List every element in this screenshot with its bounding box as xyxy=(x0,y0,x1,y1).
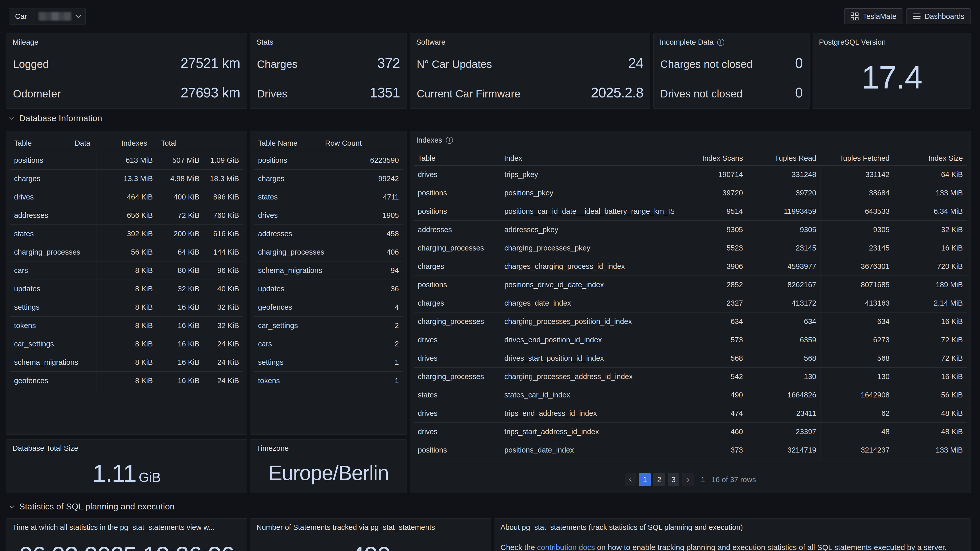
table-row: updates 36 xyxy=(254,280,403,298)
panel-title: PostgreSQL Version xyxy=(819,38,964,46)
table-cell: 94 xyxy=(336,262,403,279)
table-cell: 32 KiB xyxy=(157,280,204,298)
table-cell: 634 xyxy=(747,313,820,330)
car-variable-selector[interactable]: Car xyxy=(9,8,86,24)
column-header[interactable]: Total xyxy=(157,135,181,151)
about-text: Check the contribution docs on how to en… xyxy=(501,543,964,551)
table-sizes-panel: TableDataIndexesTotal positions 613 MiB … xyxy=(6,131,247,435)
column-header[interactable]: Tuples Fetched xyxy=(820,151,894,165)
stat-label: Charges not closed xyxy=(660,56,752,73)
stat-row: Current Car Firmware 2025.2.8 xyxy=(417,84,643,101)
mileage-panel: Mileage Logged 27521 km Odometer 27693 k… xyxy=(6,33,247,109)
table-cell: 8 KiB xyxy=(96,353,157,372)
column-header[interactable]: Index Size xyxy=(894,151,967,165)
table-cell: 16 KiB xyxy=(157,353,204,372)
pagination-page-button[interactable]: 1 xyxy=(639,473,651,486)
table-cell: 616 KiB xyxy=(204,225,243,243)
dashboards-button[interactable]: Dashboards xyxy=(907,8,971,24)
stat-row: Odometer 27693 km xyxy=(13,84,240,101)
table-cell: 133 MiB xyxy=(894,441,967,459)
pagination-page-button[interactable]: 3 xyxy=(668,473,679,486)
table-cell: 1.09 GiB xyxy=(204,151,243,169)
info-icon[interactable]: i xyxy=(446,137,453,144)
info-icon[interactable]: i xyxy=(717,39,724,46)
column-header[interactable]: Row Count xyxy=(321,135,366,151)
stats-reset-time-value: 06.03.2025 12:36:36 xyxy=(6,543,247,551)
column-header[interactable]: Table Name xyxy=(254,135,321,151)
table-cell: charges xyxy=(10,170,96,188)
table-row: drives drives_end_position_id_index 573 … xyxy=(414,331,967,349)
column-header[interactable]: Data xyxy=(71,135,118,151)
table-cell: 24 KiB xyxy=(204,353,243,372)
section-sql-statistics[interactable]: Statistics of SQL planning and execution xyxy=(10,502,175,511)
table-cell: 39720 xyxy=(674,184,747,202)
table-sizes-body: positions 613 MiB 507 MiB 1.09 GiB charg… xyxy=(10,151,243,390)
stat-value: 372 xyxy=(377,55,400,71)
table-cell: 4593977 xyxy=(747,257,820,275)
table-cell: 613 MiB xyxy=(96,151,157,169)
table-cell: 568 xyxy=(820,349,894,367)
table-cell: 2.14 MiB xyxy=(894,294,967,312)
apps-grid-icon xyxy=(851,13,859,21)
table-cell: 4 xyxy=(336,298,403,316)
table-row: charging_processes charging_processes_pk… xyxy=(414,239,967,257)
software-panel: Software N° Car Updates 24 Current Car F… xyxy=(410,33,650,109)
table-cell: charges xyxy=(254,170,336,188)
stats-reset-time-panel: Time at which all statistics in the pg_s… xyxy=(6,518,247,551)
table-cell: 18.3 MiB xyxy=(204,170,243,188)
table-cell: positions_car_id_date__ideal_battery_ran… xyxy=(500,202,674,221)
column-header[interactable]: Index xyxy=(500,151,674,165)
panel-title: Number of Statements tracked via pg_stat… xyxy=(256,523,485,532)
table-row: car_settings 2 xyxy=(254,317,403,335)
stat-row: Logged 27521 km xyxy=(13,55,240,71)
table-cell: schema_migrations xyxy=(10,353,96,372)
table-cell: 189 MiB xyxy=(894,276,967,294)
table-cell: positions_pkey xyxy=(500,184,674,202)
table-cell: 23411 xyxy=(747,404,820,422)
table-row: positions 6223590 xyxy=(254,151,403,170)
table-row: tokens 8 KiB 16 KiB 32 KiB xyxy=(10,317,243,335)
table-cell: 8 KiB xyxy=(96,298,157,316)
section-database-information[interactable]: Database Information xyxy=(10,113,102,123)
timezone-panel: Timezone Europe/Berlin xyxy=(250,439,407,493)
table-cell: charging_processes xyxy=(414,368,500,386)
teslamate-button[interactable]: TeslaMate xyxy=(844,8,903,24)
table-row: charging_processes 56 KiB 64 KiB 144 KiB xyxy=(10,243,243,262)
pagination-prev-button[interactable] xyxy=(625,473,636,486)
table-cell: drives_end_position_id_index xyxy=(500,331,674,349)
table-cell: 16 KiB xyxy=(894,239,967,257)
column-header[interactable]: Table xyxy=(414,151,500,165)
car-variable-value[interactable] xyxy=(33,8,86,24)
statements-count-value: 420 xyxy=(250,543,491,551)
column-header[interactable]: Index Scans xyxy=(674,151,747,165)
table-cell: 634 xyxy=(820,313,894,330)
table-cell: 72 KiB xyxy=(894,349,967,367)
column-header[interactable]: Table xyxy=(10,135,71,151)
table-cell: positions_drive_id_date_index xyxy=(500,276,674,294)
contribution-docs-link[interactable]: contribution docs xyxy=(537,543,595,551)
table-cell: 507 MiB xyxy=(157,151,204,169)
table-cell: cars xyxy=(10,262,96,279)
table-row: drives trips_end_address_id_index 474 23… xyxy=(414,404,967,423)
table-cell: charging_processes xyxy=(254,243,336,261)
table-row: charging_processes charging_processes_po… xyxy=(414,313,967,331)
table-row: drives drives_start_position_id_index 56… xyxy=(414,349,967,368)
pagination-page-button[interactable]: 2 xyxy=(653,473,665,486)
table-cell: 400 KiB xyxy=(157,188,204,206)
table-cell: 643533 xyxy=(820,202,894,221)
table-cell: 16 KiB xyxy=(894,368,967,386)
timezone-value: Europe/Berlin xyxy=(250,461,407,485)
column-header[interactable]: Tuples Read xyxy=(747,151,820,165)
table-cell: 99242 xyxy=(336,170,403,188)
table-cell: 464 KiB xyxy=(96,188,157,206)
table-cell: charging_processes xyxy=(414,313,500,330)
table-cell: 474 xyxy=(674,404,747,422)
table-cell: 568 xyxy=(674,349,747,367)
table-cell: 720 KiB xyxy=(894,257,967,275)
panel-title: Database Total Size xyxy=(13,444,241,453)
table-cell: charging_processes_pkey xyxy=(500,239,674,257)
table-cell: 64 KiB xyxy=(894,165,967,184)
postgres-version-panel: PostgreSQL Version 17.4 xyxy=(813,33,971,109)
column-header[interactable]: Indexes xyxy=(117,135,157,151)
pagination-next-button[interactable] xyxy=(682,473,694,486)
